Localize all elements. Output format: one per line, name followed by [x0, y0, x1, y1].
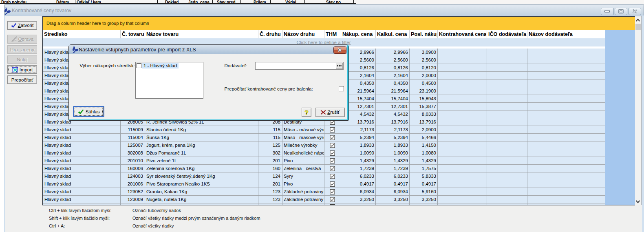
svg-text:?: ?	[304, 109, 308, 116]
